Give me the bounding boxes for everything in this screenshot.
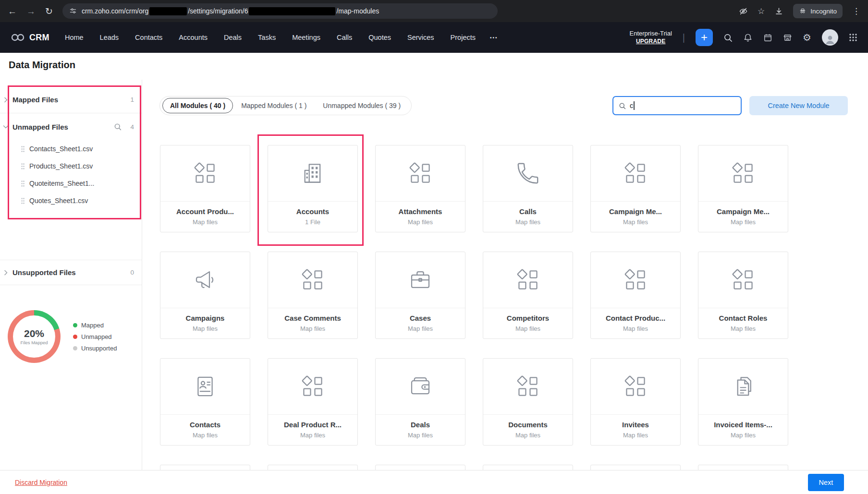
next-button[interactable]: Next [808,474,844,491]
module-icon-zone [698,145,788,202]
nav-item-leads[interactable]: Leads [100,34,119,41]
refresh-button[interactable]: ↻ [45,7,53,16]
search-icon[interactable] [723,33,733,42]
module-card-campaigns[interactable]: CampaignsMap files [160,252,250,339]
module-icon [730,160,756,186]
chevron-down-icon[interactable] [3,125,9,129]
module-card-case-comments[interactable]: Case CommentsMap files [268,252,358,339]
module-card-deals[interactable]: DealsMap files [375,358,465,446]
marketplace-icon[interactable] [783,33,792,42]
sidebar-item-unmapped-files[interactable]: Unmapped Files 4 [0,113,142,140]
module-card-partial[interactable] [698,465,788,470]
module-card-partial[interactable] [268,465,358,470]
migration-footer: Discard Migration Next [0,470,868,494]
module-name: Invoiced Items-... [698,421,788,429]
module-card-contact-produc[interactable]: Contact Produc...Map files [590,252,681,339]
phone-icon [515,160,541,186]
apps-grid-icon[interactable] [849,33,857,42]
module-icon-zone [160,465,250,470]
module-file-status: Map files [376,218,465,226]
module-card-partial[interactable] [375,465,465,470]
unmapped-file-item[interactable]: Products_Sheet1.csv [0,157,142,175]
nav-item-meetings[interactable]: Meetings [292,34,320,41]
module-card-invitees[interactable]: InviteesMap files [590,358,681,446]
module-card-deal-product-r[interactable]: Deal Product R...Map files [268,358,358,446]
forward-button[interactable]: → [26,7,36,16]
nav-item-home[interactable]: Home [65,34,84,41]
module-card-campaign-me[interactable]: Campaign Me...Map files [590,145,681,232]
module-card-calls[interactable]: CallsMap files [483,145,573,232]
calendar-icon[interactable] [763,33,772,42]
visibility-off-icon[interactable] [739,7,748,16]
drag-handle-icon[interactable] [21,163,25,170]
chevron-right-icon[interactable] [4,97,8,103]
quick-create-button[interactable]: + [696,29,713,46]
drag-handle-icon[interactable] [21,180,25,187]
drag-handle-icon[interactable] [21,197,25,205]
module-card-competitors[interactable]: CompetitorsMap files [483,252,573,339]
unmapped-file-item[interactable]: Quoteitems_Sheet1... [0,175,142,192]
drag-handle-icon[interactable] [21,145,25,153]
search-input-value[interactable]: c [630,102,633,109]
browser-menu-icon[interactable]: ⋮ [852,6,860,16]
bookmark-star-icon[interactable]: ☆ [758,6,765,16]
notifications-bell-icon[interactable] [743,33,753,42]
module-icon-zone [160,252,250,308]
site-settings-icon[interactable] [69,7,77,15]
browser-toolbar: ← → ↻ crm.zoho.com/crm/org /settings/mig… [0,0,868,22]
back-button[interactable]: ← [8,7,17,16]
tab-unmapped-modules-39[interactable]: Unmapped Modules ( 39 ) [315,98,409,113]
module-card-partial[interactable] [590,465,681,470]
upgrade-link[interactable]: UPGRADE [629,38,672,46]
nav-item-deals[interactable]: Deals [224,34,242,41]
settings-gear-icon[interactable]: ⚙ [803,33,811,42]
legend-label: Mapped [81,322,104,329]
module-file-status: Map files [483,325,573,332]
module-search-box[interactable]: c [612,96,742,115]
nav-item-quotes[interactable]: Quotes [368,34,391,41]
module-card-campaign-me[interactable]: Campaign Me...Map files [698,145,788,232]
module-card-documents[interactable]: DocumentsMap files [483,358,573,446]
module-card-partial[interactable] [483,465,573,470]
discard-migration-link[interactable]: Discard Migration [15,479,67,486]
megaphone-icon [192,267,218,293]
module-card-partial[interactable] [160,465,250,470]
nav-item-calls[interactable]: Calls [337,34,352,41]
module-name: Contacts [160,421,250,429]
unmapped-file-item[interactable]: Quotes_Sheet1.csv [0,192,142,209]
nav-item-services[interactable]: Services [407,34,434,41]
files-mapped-donut-chart: 20% Files Mapped [8,310,61,363]
search-icon[interactable] [114,123,122,131]
module-card-invoiced-items[interactable]: Invoiced Items-...Map files [698,358,788,446]
nav-item-tasks[interactable]: Tasks [258,34,276,41]
module-name: Contact Produc... [591,314,680,322]
nav-item-projects[interactable]: Projects [451,34,476,41]
unmapped-file-item[interactable]: Contacts_Sheet1.csv [0,140,142,157]
chevron-right-icon[interactable] [4,270,8,276]
module-card-account-produ[interactable]: Account Produ...Map files [160,145,250,232]
module-card-accounts[interactable]: Accounts1 File [268,145,358,232]
downloads-icon[interactable] [774,7,783,16]
incognito-label: Incognito [810,8,837,15]
module-icon-zone [591,145,680,202]
module-card-attachments[interactable]: AttachmentsMap files [375,145,465,232]
files-mapped-summary: 20% Files Mapped MappedUnmappedUnsupport… [8,310,138,363]
tab-all-modules-40[interactable]: All Modules ( 40 ) [162,98,233,113]
module-card-contact-roles[interactable]: Contact RolesMap files [698,252,788,339]
module-name: Cases [376,314,465,322]
modules-panel: All Modules ( 40 )Mapped Modules ( 1 )Un… [143,80,868,470]
nav-more-icon[interactable]: ••• [490,35,498,40]
url-bar[interactable]: crm.zoho.com/crm/org /settings/migration… [62,3,498,19]
sidebar-item-unsupported-files[interactable]: Unsupported Files 0 [0,260,142,285]
module-card-contacts[interactable]: ContactsMap files [160,358,250,446]
nav-item-contacts[interactable]: Contacts [135,34,162,41]
create-new-module-button[interactable]: Create New Module [749,96,848,115]
tab-mapped-modules-1[interactable]: Mapped Modules ( 1 ) [233,98,315,113]
module-icon [515,374,541,399]
module-card-cases[interactable]: CasesMap files [375,252,465,339]
migration-sidebar: Mapped Files 1 Unmapped Files 4 Contacts… [0,80,142,470]
user-avatar[interactable] [822,29,838,46]
file-name: Quoteitems_Sheet1... [29,180,94,187]
sidebar-item-mapped-files[interactable]: Mapped Files 1 [0,86,142,113]
nav-item-accounts[interactable]: Accounts [179,34,208,41]
